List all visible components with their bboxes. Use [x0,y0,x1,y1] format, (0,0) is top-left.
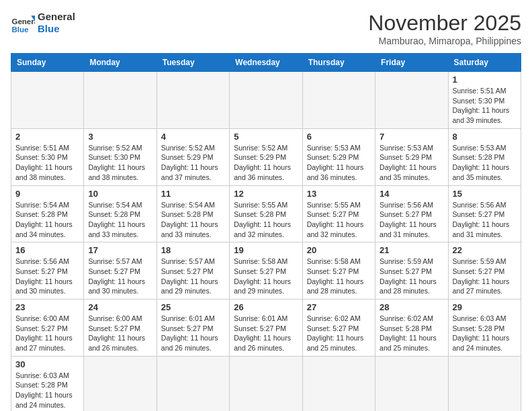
calendar-cell: 4Sunrise: 5:52 AM Sunset: 5:29 PM Daylig… [157,128,229,185]
day-number: 10 [88,189,152,199]
day-number: 30 [15,359,79,369]
calendar-cell: 26Sunrise: 6:01 AM Sunset: 5:27 PM Dayli… [230,300,302,357]
day-number: 1 [453,75,517,85]
calendar-cell: 6Sunrise: 5:53 AM Sunset: 5:29 PM Daylig… [302,128,375,185]
day-info: Sunrise: 5:53 AM Sunset: 5:29 PM Dayligh… [307,143,371,183]
week-row-6: 30Sunrise: 6:03 AM Sunset: 5:28 PM Dayli… [11,356,521,411]
day-info: Sunrise: 5:57 AM Sunset: 5:27 PM Dayligh… [161,257,225,296]
day-number: 11 [161,189,225,199]
weekday-header-thursday: Thursday [302,54,375,72]
calendar-cell: 13Sunrise: 5:55 AM Sunset: 5:27 PM Dayli… [302,185,375,242]
calendar-cell: 25Sunrise: 6:01 AM Sunset: 5:27 PM Dayli… [157,300,229,357]
day-info: Sunrise: 5:56 AM Sunset: 5:27 PM Dayligh… [453,200,517,240]
calendar-cell: 17Sunrise: 5:57 AM Sunset: 5:27 PM Dayli… [84,242,157,300]
calendar-cell: 3Sunrise: 5:52 AM Sunset: 5:30 PM Daylig… [84,128,157,185]
calendar-cell [157,356,229,411]
calendar-cell: 2Sunrise: 5:51 AM Sunset: 5:30 PM Daylig… [11,128,84,185]
week-row-4: 16Sunrise: 5:56 AM Sunset: 5:27 PM Dayli… [11,242,521,300]
day-info: Sunrise: 5:53 AM Sunset: 5:28 PM Dayligh… [453,143,517,183]
day-number: 14 [380,189,443,199]
calendar-cell: 24Sunrise: 6:00 AM Sunset: 5:27 PM Dayli… [84,300,157,357]
month-title: November 2025 [368,11,521,36]
day-number: 6 [307,132,371,142]
title-section: November 2025 Mamburao, Mimaropa, Philip… [368,11,521,46]
calendar-cell: 16Sunrise: 5:56 AM Sunset: 5:27 PM Dayli… [11,242,84,300]
day-number: 19 [234,245,298,255]
day-number: 18 [161,245,225,255]
day-info: Sunrise: 6:00 AM Sunset: 5:27 PM Dayligh… [88,314,152,353]
day-number: 4 [161,132,225,142]
day-info: Sunrise: 5:52 AM Sunset: 5:29 PM Dayligh… [161,143,225,183]
calendar-cell: 30Sunrise: 6:03 AM Sunset: 5:28 PM Dayli… [11,356,84,411]
logo: General Blue General Blue [11,11,75,35]
day-info: Sunrise: 6:00 AM Sunset: 5:27 PM Dayligh… [15,314,79,353]
calendar-cell: 18Sunrise: 5:57 AM Sunset: 5:27 PM Dayli… [157,242,229,300]
day-number: 2 [15,132,79,142]
day-number: 8 [453,132,517,142]
calendar-cell [84,356,157,411]
week-row-1: 1Sunrise: 5:51 AM Sunset: 5:30 PM Daylig… [11,72,521,129]
day-info: Sunrise: 5:56 AM Sunset: 5:27 PM Dayligh… [15,257,79,296]
day-info: Sunrise: 5:52 AM Sunset: 5:30 PM Dayligh… [88,143,152,183]
svg-text:General: General [11,17,35,26]
day-number: 24 [88,302,152,312]
calendar-cell: 10Sunrise: 5:54 AM Sunset: 5:28 PM Dayli… [84,185,157,242]
calendar-cell [84,72,157,129]
day-info: Sunrise: 6:02 AM Sunset: 5:27 PM Dayligh… [307,314,371,353]
header-row: SundayMondayTuesdayWednesdayThursdayFrid… [11,54,521,72]
day-info: Sunrise: 5:51 AM Sunset: 5:30 PM Dayligh… [453,86,517,126]
day-number: 9 [15,189,79,199]
calendar-cell: 8Sunrise: 5:53 AM Sunset: 5:28 PM Daylig… [448,128,521,185]
day-number: 22 [453,245,517,255]
day-number: 16 [15,245,79,255]
calendar-cell: 5Sunrise: 5:52 AM Sunset: 5:29 PM Daylig… [230,128,302,185]
day-info: Sunrise: 6:02 AM Sunset: 5:28 PM Dayligh… [380,314,443,353]
weekday-header-sunday: Sunday [11,54,84,72]
day-number: 5 [234,132,298,142]
day-info: Sunrise: 5:56 AM Sunset: 5:27 PM Dayligh… [380,200,443,240]
day-number: 28 [380,302,443,312]
day-number: 20 [307,245,371,255]
calendar-cell: 1Sunrise: 5:51 AM Sunset: 5:30 PM Daylig… [448,72,521,129]
calendar-cell [157,72,229,129]
day-number: 13 [307,189,371,199]
calendar-cell: 7Sunrise: 5:53 AM Sunset: 5:29 PM Daylig… [375,128,448,185]
day-info: Sunrise: 5:59 AM Sunset: 5:27 PM Dayligh… [453,257,517,296]
calendar-cell: 9Sunrise: 5:54 AM Sunset: 5:28 PM Daylig… [11,185,84,242]
day-number: 27 [307,302,371,312]
calendar-cell: 12Sunrise: 5:55 AM Sunset: 5:28 PM Dayli… [230,185,302,242]
week-row-3: 9Sunrise: 5:54 AM Sunset: 5:28 PM Daylig… [11,185,521,242]
weekday-header-tuesday: Tuesday [157,54,229,72]
logo-blue: Blue [38,23,75,35]
day-info: Sunrise: 5:54 AM Sunset: 5:28 PM Dayligh… [88,200,152,240]
weekday-header-wednesday: Wednesday [230,54,302,72]
day-info: Sunrise: 5:53 AM Sunset: 5:29 PM Dayligh… [380,143,443,183]
calendar-cell: 23Sunrise: 6:00 AM Sunset: 5:27 PM Dayli… [11,300,84,357]
calendar-cell: 29Sunrise: 6:03 AM Sunset: 5:28 PM Dayli… [448,300,521,357]
day-info: Sunrise: 5:54 AM Sunset: 5:28 PM Dayligh… [15,200,79,240]
calendar-cell: 21Sunrise: 5:59 AM Sunset: 5:27 PM Dayli… [375,242,448,300]
day-number: 17 [88,245,152,255]
week-row-2: 2Sunrise: 5:51 AM Sunset: 5:30 PM Daylig… [11,128,521,185]
calendar-cell: 22Sunrise: 5:59 AM Sunset: 5:27 PM Dayli… [448,242,521,300]
calendar-cell: 14Sunrise: 5:56 AM Sunset: 5:27 PM Dayli… [375,185,448,242]
calendar-cell: 19Sunrise: 5:58 AM Sunset: 5:27 PM Dayli… [230,242,302,300]
calendar-cell [302,356,375,411]
day-info: Sunrise: 5:58 AM Sunset: 5:27 PM Dayligh… [307,257,371,296]
day-info: Sunrise: 5:55 AM Sunset: 5:28 PM Dayligh… [234,200,298,240]
calendar-table: SundayMondayTuesdayWednesdayThursdayFrid… [11,53,521,411]
calendar-cell: 11Sunrise: 5:54 AM Sunset: 5:28 PM Dayli… [157,185,229,242]
day-info: Sunrise: 5:59 AM Sunset: 5:27 PM Dayligh… [380,257,443,296]
location: Mamburao, Mimaropa, Philippines [368,36,521,46]
day-info: Sunrise: 5:57 AM Sunset: 5:27 PM Dayligh… [88,257,152,296]
day-number: 23 [15,302,79,312]
calendar-cell: 28Sunrise: 6:02 AM Sunset: 5:28 PM Dayli… [375,300,448,357]
day-number: 26 [234,302,298,312]
day-number: 12 [234,189,298,199]
day-number: 3 [88,132,152,142]
page-header: General Blue General Blue November 2025 … [11,11,521,46]
week-row-5: 23Sunrise: 6:00 AM Sunset: 5:27 PM Dayli… [11,300,521,357]
calendar-cell: 27Sunrise: 6:02 AM Sunset: 5:27 PM Dayli… [302,300,375,357]
weekday-header-saturday: Saturday [448,54,521,72]
day-info: Sunrise: 6:03 AM Sunset: 5:28 PM Dayligh… [15,371,79,410]
